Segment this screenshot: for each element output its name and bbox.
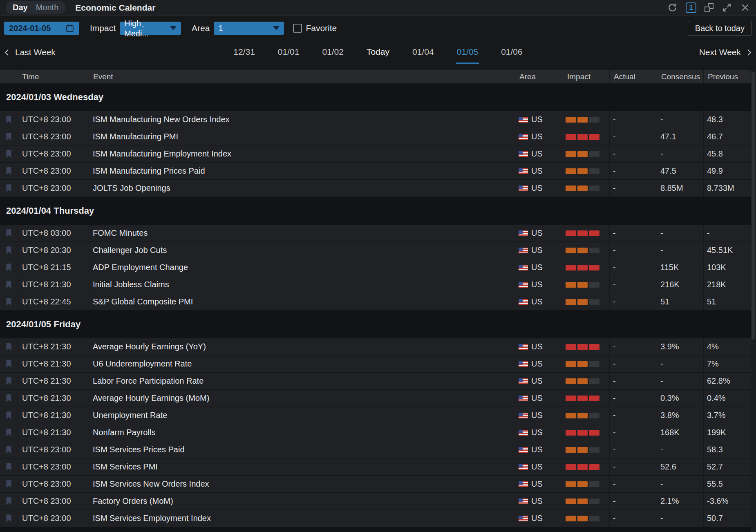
previous-value: 52.7: [707, 462, 723, 472]
event-table-row[interactable]: UTC+8 23:00 ISM Manufacturing Employment…: [0, 145, 751, 163]
close-icon[interactable]: [740, 2, 750, 13]
week-day-tab[interactable]: 01/04: [412, 41, 435, 64]
impact-meter: [563, 407, 609, 424]
impact-segment: [577, 299, 588, 305]
back-to-today-button[interactable]: Back to today: [688, 21, 752, 36]
expand-icon[interactable]: [722, 2, 732, 13]
impact-segment: [566, 361, 576, 367]
favorite-checkbox[interactable]: [293, 24, 302, 33]
event-table-row[interactable]: UTC+8 23:00 Factory Orders (MoM) US - 2.…: [0, 493, 751, 510]
impact-segment: [577, 186, 588, 191]
event-table-row[interactable]: UTC+8 23:00 ISM Services Prices Paid US …: [0, 441, 751, 458]
bookmark-icon[interactable]: [0, 276, 18, 293]
impact-segment: [589, 344, 599, 350]
previous-value: 3.7%: [707, 411, 726, 420]
impact-segment: [589, 186, 599, 191]
impact-segment: [566, 134, 576, 140]
impact-segment: [589, 282, 599, 288]
bookmark-icon[interactable]: [0, 476, 18, 492]
row-time: UTC+8 22:45: [22, 297, 71, 306]
previous-value: 45.51K: [707, 246, 733, 255]
toggle-day[interactable]: Day: [13, 3, 28, 12]
bookmark-icon[interactable]: [0, 259, 18, 276]
date-picker-input[interactable]: 2024-01-05: [4, 22, 79, 35]
bookmark-icon[interactable]: [0, 458, 18, 475]
bookmark-icon[interactable]: [0, 242, 18, 259]
consensus-value: 2.1%: [660, 496, 679, 506]
bookmark-icon[interactable]: [0, 225, 18, 241]
event-table-row[interactable]: UTC+8 21:30 Unemployment Rate US - 3.8% …: [0, 407, 751, 424]
consensus-value: 115K: [660, 263, 679, 272]
event-table-row[interactable]: UTC+8 23:00 ISM Manufacturing New Orders…: [0, 111, 751, 128]
bookmark-icon[interactable]: [0, 493, 18, 510]
event-table-row[interactable]: UTC+8 23:00 ISM Services Employment Inde…: [0, 510, 751, 527]
bookmark-icon[interactable]: [0, 293, 18, 310]
copy-icon[interactable]: [705, 3, 714, 12]
impact-segment: [577, 282, 588, 288]
event-table-row[interactable]: UTC+8 03:00 FOMC Minutes US - - -: [0, 225, 751, 242]
view-toggle[interactable]: Day Month: [6, 1, 65, 14]
bookmark-icon[interactable]: [0, 424, 18, 441]
actual-value: -: [613, 132, 616, 141]
event-table-row[interactable]: UTC+8 23:00 ISM Services New Orders Inde…: [0, 476, 751, 493]
event-table-row[interactable]: UTC+8 21:30 Nonfarm Payrolls US - 168K 1…: [0, 424, 751, 441]
consensus-value: -: [660, 149, 663, 159]
area-label-value: US: [531, 132, 543, 141]
week-day-tab[interactable]: 01/05: [456, 41, 479, 64]
bookmark-icon[interactable]: [0, 338, 18, 355]
bookmark-icon[interactable]: [0, 441, 18, 458]
week-day-tab[interactable]: 01/02: [321, 41, 344, 64]
event-name: Average Hourly Earnings (MoM): [93, 393, 209, 403]
area-select[interactable]: 1: [214, 22, 284, 35]
event-table-row[interactable]: UTC+8 21:30 Initial Jobless Claims US - …: [0, 276, 751, 293]
scrollbar-thumb[interactable]: [752, 72, 755, 340]
tab-count-badge[interactable]: 1: [686, 2, 696, 13]
bookmark-icon[interactable]: [0, 128, 18, 145]
bookmark-icon[interactable]: [0, 373, 18, 389]
toggle-month[interactable]: Month: [36, 3, 59, 12]
previous-value: 49.9: [707, 166, 723, 176]
consensus-value: 8.85M: [660, 183, 683, 193]
impact-meter: [563, 259, 609, 276]
week-day-tab[interactable]: 01/06: [500, 41, 523, 64]
week-day-tab[interactable]: 01/01: [277, 41, 300, 64]
refresh-icon[interactable]: [667, 2, 678, 13]
event-table-row[interactable]: UTC+8 23:00 ISM Manufacturing PMI US - 4…: [0, 128, 751, 145]
next-week-button[interactable]: Next Week: [699, 47, 750, 57]
event-table-row[interactable]: UTC+8 23:00 ISM Services PMI US - 52.6 5…: [0, 458, 751, 476]
event-table-row[interactable]: UTC+8 21:15 ADP Employment Change US - 1…: [0, 259, 751, 276]
us-flag-icon: [519, 230, 528, 236]
event-table-row[interactable]: UTC+8 23:00 JOLTS Job Openings US - 8.85…: [0, 180, 751, 197]
week-day-tab[interactable]: 12/31: [233, 41, 256, 64]
week-day-tab[interactable]: Today: [366, 41, 390, 64]
event-name: ISM Manufacturing PMI: [93, 132, 178, 141]
bookmark-icon[interactable]: [0, 145, 18, 162]
bookmark-icon[interactable]: [0, 510, 18, 527]
event-table-row[interactable]: UTC+8 23:00 ISM Manufacturing Prices Pai…: [0, 163, 751, 180]
impact-segment: [577, 230, 588, 236]
bookmark-icon[interactable]: [0, 355, 18, 372]
event-table-row[interactable]: UTC+8 21:30 Average Hourly Earnings (YoY…: [0, 338, 751, 355]
bookmark-icon[interactable]: [0, 407, 18, 424]
bookmark-icon[interactable]: [0, 390, 18, 407]
previous-value: 62.8%: [707, 376, 730, 386]
event-table-row[interactable]: UTC+8 22:45 S&P Global Composite PMI US …: [0, 293, 751, 311]
event-table-row[interactable]: UTC+8 21:30 Labor Force Participation Ra…: [0, 373, 751, 390]
bookmark-icon[interactable]: [0, 180, 18, 197]
previous-value: 55.5: [707, 479, 723, 489]
bookmark-icon[interactable]: [0, 163, 18, 179]
event-table-row[interactable]: UTC+8 21:30 Average Hourly Earnings (MoM…: [0, 390, 751, 407]
event-name: ISM Manufacturing Employment Index: [93, 149, 231, 159]
impact-select[interactable]: High、Medi...: [120, 22, 181, 35]
event-name: Unemployment Rate: [93, 411, 167, 420]
impact-segment: [589, 378, 599, 384]
event-table-row[interactable]: UTC+8 20:30 Challenger Job Cuts US - - 4…: [0, 242, 751, 259]
vertical-scrollbar[interactable]: [751, 70, 756, 532]
event-table-row[interactable]: UTC+8 21:30 U6 Underemployment Rate US -…: [0, 355, 751, 373]
last-week-button[interactable]: Last Week: [6, 47, 56, 57]
event-name: Average Hourly Earnings (YoY): [93, 342, 206, 351]
impact-segment: [566, 186, 576, 191]
bookmark-icon[interactable]: [0, 111, 18, 128]
chevron-left-icon: [5, 49, 11, 56]
section-date-label: 2024/01/04 Thursday: [6, 206, 94, 216]
